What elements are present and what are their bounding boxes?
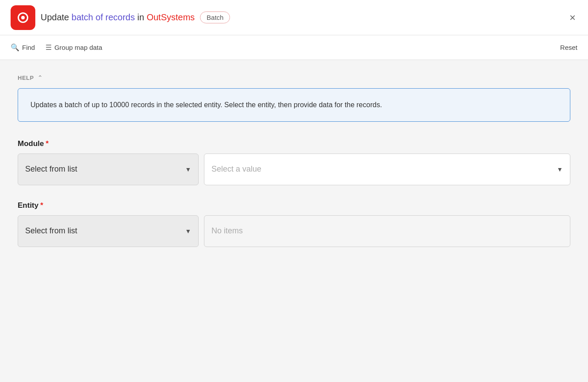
find-button[interactable]: 🔍 Find xyxy=(11,41,35,53)
module-list-dropdown[interactable]: Select from list ▼ xyxy=(18,154,199,185)
entity-field-label: Entity * xyxy=(18,201,570,210)
title-middle: in xyxy=(135,12,147,22)
module-label-text: Module xyxy=(18,139,44,148)
entity-list-arrow-icon: ▼ xyxy=(185,228,191,235)
entity-required-star: * xyxy=(40,201,43,210)
module-list-arrow-icon: ▼ xyxy=(185,166,191,173)
entity-list-placeholder: Select from list xyxy=(25,226,77,236)
module-field-row: Select from list ▼ Select a value ▼ xyxy=(18,154,570,185)
module-value-arrow-icon: ▼ xyxy=(557,166,563,173)
entity-section: Entity * Select from list ▼ No items xyxy=(18,201,570,247)
main-content: HELP ⌃ Updates a batch of up to 10000 re… xyxy=(0,60,588,277)
module-value-dropdown[interactable]: Select a value ▼ xyxy=(204,154,570,185)
module-required-star: * xyxy=(46,139,49,148)
group-map-label: Group map data xyxy=(54,44,102,51)
entity-field-row: Select from list ▼ No items xyxy=(18,215,570,247)
toolbar-left: 🔍 Find ☰ Group map data xyxy=(11,41,102,53)
close-button[interactable]: × xyxy=(568,10,577,26)
search-icon: 🔍 xyxy=(11,43,19,52)
header-title: Update batch of records in OutSystems xyxy=(41,12,195,22)
toolbar: 🔍 Find ☰ Group map data Reset xyxy=(0,35,588,60)
entity-list-dropdown[interactable]: Select from list ▼ xyxy=(18,215,199,247)
logo-dot xyxy=(21,16,25,19)
batch-badge: Batch xyxy=(200,11,230,23)
group-map-button[interactable]: ☰ Group map data xyxy=(45,41,102,53)
help-box: Updates a batch of up to 10000 records i… xyxy=(18,88,570,122)
title-prefix: Update xyxy=(41,12,72,22)
entity-label-text: Entity xyxy=(18,201,38,210)
module-value-placeholder: Select a value xyxy=(211,165,261,174)
title-link: batch of records xyxy=(72,12,135,22)
group-map-icon: ☰ xyxy=(45,43,52,52)
module-list-placeholder: Select from list xyxy=(25,165,77,174)
module-field-label: Module * xyxy=(18,139,570,148)
find-label: Find xyxy=(22,44,35,51)
reset-button[interactable]: Reset xyxy=(560,42,577,53)
help-section-label: HELP xyxy=(18,75,34,81)
header-left: Update batch of records in OutSystems Ba… xyxy=(11,5,230,30)
entity-no-items-text: No items xyxy=(211,226,243,236)
entity-no-items-box: No items xyxy=(204,215,570,247)
module-section: Module * Select from list ▼ Select a val… xyxy=(18,139,570,185)
help-section-header: HELP ⌃ xyxy=(18,74,570,81)
title-brand: OutSystems xyxy=(147,12,195,22)
logo-circle xyxy=(18,12,28,23)
outsystems-logo xyxy=(11,5,35,30)
help-description: Updates a batch of up to 10000 records i… xyxy=(30,99,558,111)
header: Update batch of records in OutSystems Ba… xyxy=(0,0,588,35)
chevron-up-icon: ⌃ xyxy=(38,74,43,81)
